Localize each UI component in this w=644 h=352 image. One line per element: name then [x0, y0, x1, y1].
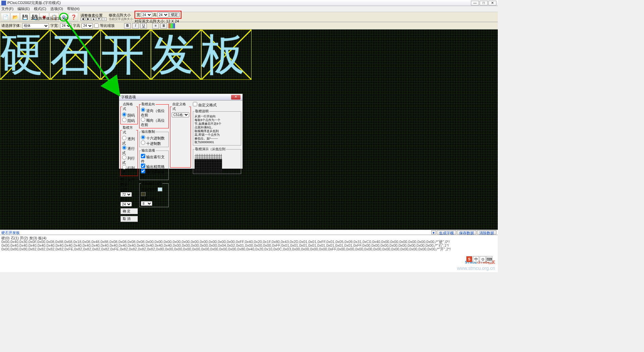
opt-m1[interactable]: 逐列式: [122, 136, 136, 145]
dots-select[interactable]: 72: [120, 192, 132, 197]
opt-rev[interactable]: 逆向（低位在前: [141, 108, 167, 117]
menu-file[interactable]: 文件(F): [1, 6, 13, 11]
ok-button[interactable]: 确 定: [120, 208, 138, 214]
dialog-title: 字模选项 ✕: [119, 94, 243, 101]
matrix-size-group: 修改点阵大小 当前汉字点阵大小:: [109, 13, 134, 21]
output-area[interactable]: 硬(0) 石(1) 开(2) 发(3) 板(4) 0x00,0x40,0x30,…: [0, 235, 498, 272]
width-label: 宽: [137, 13, 140, 17]
align2-button[interactable]: ≣: [160, 23, 167, 28]
fontbar: 请选择字体: 24点阵宋体压缩10 X 2 楷体 字宽: 24 字高 24 等比…: [0, 22, 498, 30]
text-input-row: 硬石开发板 ▾ 生成字模 保存数据 清除数据: [0, 230, 498, 235]
height-label: 高: [153, 13, 157, 17]
perline-label: 每行显示数据: [120, 177, 138, 187]
direction-group: 取模走向 逆向（低位在前 顺向（高位在前: [139, 102, 169, 128]
menu-help[interactable]: 帮助(H): [67, 6, 79, 11]
window-title: PCtoLCD2002完美版-(字符模式): [7, 0, 470, 5]
radix-group: 输出数制 十六进制数 十进制数: [139, 129, 169, 147]
explain-group: 取模说明 从第一行开始向 每取8个点作为一个 节,如果最后不足8个 点就补满8位…: [193, 109, 241, 145]
color1-swatch[interactable]: [158, 187, 162, 191]
new-button[interactable]: 📄: [1, 13, 10, 21]
custom-chk[interactable]: 自定义格式: [193, 103, 217, 107]
demo-group: 取模演示（从低位到: [193, 147, 241, 174]
options-dialog: 字模选项 ✕ 点阵格式 阴码 阳码 取模方式 逐列式 逐行式 列行式 行列式 每…: [119, 94, 243, 169]
opt-m2[interactable]: 逐行式: [122, 145, 136, 155]
maximize-button[interactable]: □: [480, 1, 488, 5]
scale-label: 等比缩放: [100, 23, 115, 28]
arrow-down[interactable]: ▼: [97, 17, 101, 21]
menubar: 文件(F) 编辑(E) 模式(C) 选项(O) 帮助(H): [0, 6, 498, 12]
dialog-close-button[interactable]: ✕: [231, 95, 240, 100]
input-dropdown[interactable]: ▾: [431, 230, 436, 234]
underline-button[interactable]: U: [140, 23, 147, 28]
save-button[interactable]: 💾: [20, 13, 30, 21]
arrow-left[interactable]: ◀: [80, 17, 85, 21]
width-select[interactable]: 24: [141, 12, 152, 17]
chk-simple[interactable]: 输出精简格: [141, 164, 167, 169]
output-hex: 0x00,0x40,0x30,0x0F,0x00,0x08,0x88,0x68,…: [1, 240, 496, 251]
font-select[interactable]: 楷体: [22, 23, 49, 28]
fh-select[interactable]: 24: [82, 23, 93, 28]
help-button[interactable]: ❓: [69, 13, 78, 21]
reset-pos[interactable]: ○: [102, 17, 107, 21]
mode-group: 取模方式 逐列式 逐行式 列行式 行列式: [120, 125, 138, 176]
matrix-sub: 当前汉字点阵大小:: [109, 17, 134, 21]
c51-select[interactable]: C51格式: [172, 112, 189, 117]
opt-m4[interactable]: 行列式: [122, 165, 136, 175]
opt-hex[interactable]: 十六进制数: [141, 135, 167, 140]
lock-button[interactable]: 锁定: [169, 12, 179, 17]
lcd-group: 液晶面板仿真 液晶色彩: 像素大小: 8: [139, 181, 169, 207]
chk-compact[interactable]: 输出紧凑格式: [141, 169, 167, 179]
arrow-right[interactable]: ▶: [86, 17, 91, 21]
color-button[interactable]: [168, 23, 175, 28]
ime-b3[interactable]: ⊙: [480, 256, 486, 262]
fh-label: 字高: [73, 23, 80, 28]
dialog-title-text: 字模选项: [121, 95, 231, 100]
canvas[interactable]: 硬石开发板: [0, 30, 498, 230]
format-group: 点阵格式 阴码 阳码: [120, 102, 138, 124]
matrix-label: 修改点阵大小: [109, 13, 134, 17]
fw-select[interactable]: 24: [60, 23, 71, 28]
menu-mode[interactable]: 模式(C): [34, 6, 46, 11]
en-size-label: 对应英文点阵大小:: [135, 19, 165, 23]
pixel-select[interactable]: 8: [141, 201, 152, 206]
align1-button[interactable]: ≡: [152, 23, 159, 28]
en-size-val: 12 X 24: [166, 19, 179, 23]
en-size-group: 宽 24 高 24 锁定 对应英文点阵大小: 12 X 24: [135, 11, 181, 23]
font-info: 24点阵宋体压缩10 X 2: [31, 16, 68, 21]
opt-yin[interactable]: 阴码: [122, 112, 136, 118]
index-select[interactable]: 24: [120, 202, 132, 207]
menu-edit[interactable]: 编辑(E): [17, 6, 30, 11]
ime-b4[interactable]: ⌨: [486, 256, 492, 262]
opt-yang[interactable]: 阳码: [122, 118, 136, 123]
size-controls: 宽 24 高 24 锁定: [135, 11, 181, 19]
scale-check[interactable]: [94, 23, 99, 28]
color2-swatch[interactable]: [141, 192, 146, 196]
close-button[interactable]: ✕: [488, 1, 496, 5]
opt-m3[interactable]: 列行式: [122, 155, 136, 165]
opt-dec[interactable]: 十进制数: [141, 140, 167, 146]
output-opts-group: 输出选项 输出索引文件 输出精简格 输出紧凑格式: [139, 148, 169, 180]
format-legend: 点阵格式: [122, 102, 136, 111]
ime-bar: S 中 ⊙ ⌨: [466, 256, 492, 262]
opt-fwd[interactable]: 顺向（高位在前: [141, 117, 167, 127]
save-data-button[interactable]: 保存数据: [457, 230, 476, 234]
menu-option[interactable]: 选项(O): [50, 6, 63, 11]
clear-button[interactable]: 清除数据: [477, 230, 496, 234]
italic-button[interactable]: I: [132, 23, 139, 28]
minimize-button[interactable]: —: [471, 1, 479, 5]
generate-button[interactable]: 生成字模: [437, 230, 456, 234]
chk-idx[interactable]: 输出索引文件: [141, 154, 167, 164]
rendered-text: 硬石开发板: [0, 30, 252, 80]
app-icon: [1, 1, 6, 5]
text-input[interactable]: 硬石开发板: [1, 230, 431, 234]
fw-label: 字宽:: [50, 23, 59, 28]
arrow-up[interactable]: ▲: [91, 17, 96, 21]
ime-lang[interactable]: 中: [473, 256, 479, 262]
height-select[interactable]: 24: [157, 12, 169, 17]
cancel-button[interactable]: 取 消: [120, 216, 138, 222]
bold-button[interactable]: B: [124, 23, 131, 28]
ime-icon[interactable]: S: [466, 256, 472, 262]
pixel-pos-label: 调整像素位置: [80, 13, 107, 17]
open-button[interactable]: 📂: [10, 13, 20, 21]
toolbar: 📄 📂 💾 💾 ✖ 📋 ⚙ ❓ 调整像素位置 ◀▶▲▼○ 修改点阵大小 当前汉字…: [0, 12, 498, 22]
